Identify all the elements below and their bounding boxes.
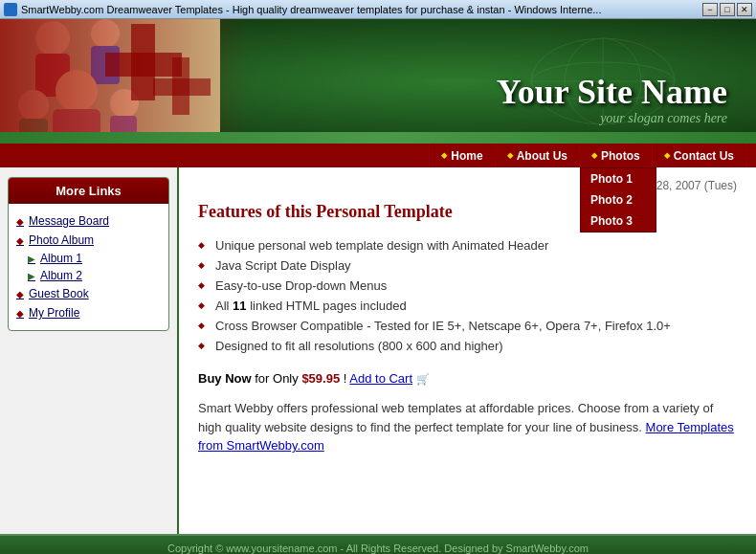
nav-photo1[interactable]: Photo 1: [581, 168, 656, 189]
title-bar-buttons: − □ ✕: [702, 3, 752, 16]
sidebar-header: More Links: [9, 178, 168, 204]
nav-diamond-icon: ◆: [664, 151, 670, 160]
sidebar-box: More Links ◆ Message Board ◆ Photo Album…: [8, 177, 169, 331]
arrow-icon: ▶: [28, 254, 35, 264]
feature-item-6: Designed to fit all resolutions (800 x 6…: [198, 336, 737, 356]
diamond-icon: ◆: [16, 235, 24, 246]
nav-photo2[interactable]: Photo 2: [581, 189, 656, 211]
sidebar: More Links ◆ Message Board ◆ Photo Album…: [0, 167, 177, 534]
diamond-icon: ◆: [16, 216, 24, 227]
feature-list: Unique personal web template design with…: [198, 235, 737, 356]
diamond-icon: ◆: [16, 289, 24, 299]
site-slogan: your slogan comes here: [600, 111, 727, 126]
feature-item-1: Unique personal web template design with…: [198, 235, 737, 255]
sidebar-item-album2[interactable]: ▶ Album 2: [14, 267, 163, 284]
header-bottom-wave: [0, 132, 756, 144]
feature-item-5: Cross Browser Compatible - Tested for IE…: [198, 316, 737, 336]
nav-diamond-icon: ◆: [507, 151, 513, 160]
nav-diamond-icon: ◆: [591, 151, 597, 160]
nav-bar: ◆ Home ◆ About Us ◆ Photos Photo 1 Photo…: [0, 144, 756, 167]
diamond-icon: ◆: [16, 308, 24, 319]
sidebar-item-photo-album[interactable]: ◆ Photo Album: [14, 231, 163, 250]
cross-decoration-2: [153, 57, 211, 115]
nav-diamond-icon: ◆: [441, 151, 447, 160]
sidebar-item-my-profile[interactable]: ◆ My Profile: [14, 303, 163, 322]
cart-icon: 🛒: [416, 373, 430, 385]
footer-text: Copyright © www.yoursitename.com - All R…: [167, 543, 589, 554]
content-description: Smart Webby offers professional web temp…: [198, 399, 737, 455]
photos-dropdown: Photo 1 Photo 2 Photo 3: [580, 167, 656, 233]
site-title: Your Site Name: [497, 72, 727, 112]
site-header: Your Site Name your slogan comes here: [0, 19, 756, 144]
nav-contact[interactable]: ◆ Contact Us: [653, 144, 746, 167]
close-button[interactable]: ✕: [737, 3, 752, 16]
footer: Copyright © www.yoursitename.com - All R…: [0, 534, 756, 554]
nav-about[interactable]: ◆ About Us: [496, 144, 580, 167]
feature-item-2: Java Script Date Display: [198, 255, 737, 276]
buy-label: Buy Now: [198, 371, 252, 386]
arrow-icon: ▶: [28, 271, 35, 281]
maximize-button[interactable]: □: [720, 3, 735, 16]
browser-icon: [4, 3, 17, 16]
feature-item-4: All 11 linked HTML pages included: [198, 296, 737, 316]
main-content: Aug 28, 2007 (Tues) Features of this Per…: [177, 167, 756, 534]
feature-item-3: Easy-to-use Drop-down Menus: [198, 276, 737, 296]
title-bar: SmartWebby.com Dreamweaver Templates - H…: [0, 0, 756, 19]
title-bar-text: SmartWebby.com Dreamweaver Templates - H…: [21, 4, 702, 15]
sidebar-content: ◆ Message Board ◆ Photo Album ▶ Album 1 …: [9, 204, 168, 330]
sidebar-item-guest-book[interactable]: ◆ Guest Book: [14, 284, 163, 303]
minimize-button[interactable]: −: [702, 3, 718, 16]
buy-price: $59.95: [301, 371, 340, 386]
buy-section: Buy Now for Only $59.95 ! Add to Cart 🛒: [198, 371, 737, 386]
sidebar-item-album1[interactable]: ▶ Album 1: [14, 250, 163, 267]
add-to-cart-link[interactable]: Add to Cart: [349, 371, 412, 386]
nav-photos[interactable]: ◆ Photos Photo 1 Photo 2 Photo 3: [580, 144, 653, 167]
nav-home[interactable]: ◆ Home: [429, 144, 495, 167]
sidebar-item-message-board[interactable]: ◆ Message Board: [14, 211, 163, 231]
nav-photo3[interactable]: Photo 3: [581, 211, 656, 232]
